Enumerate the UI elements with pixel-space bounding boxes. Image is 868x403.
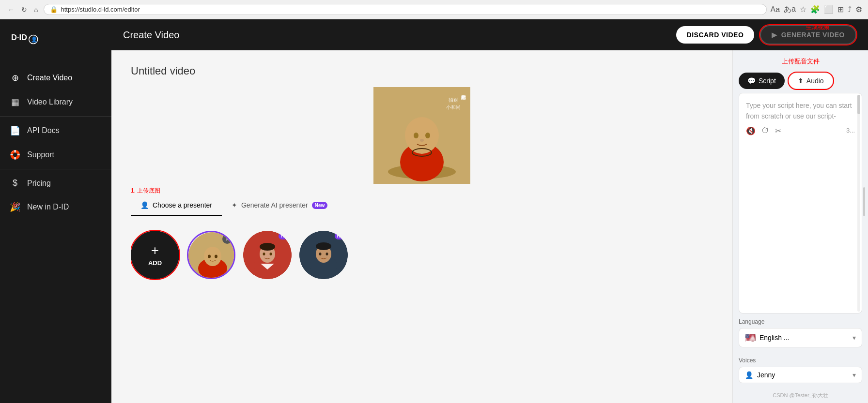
sidebar-item-create-video[interactable]: ⊕ Create Video	[0, 66, 111, 90]
party-icon: 🎉	[10, 202, 20, 212]
svg-point-28	[319, 253, 322, 255]
lock-icon: 🔒	[50, 6, 58, 13]
extensions-icon[interactable]: 🧩	[810, 5, 820, 14]
script-placeholder-text: Type your script here, you can start fro…	[746, 102, 852, 120]
svg-point-8	[414, 133, 418, 138]
tab-audio-button[interactable]: ⬆ Audio	[789, 73, 833, 89]
language-label: Language	[739, 318, 862, 325]
script-scrollbar[interactable]	[857, 95, 860, 312]
svg-point-17	[208, 255, 211, 258]
tab-generate-ai[interactable]: ✦ Generate AI presenter New	[222, 195, 337, 216]
volume-off-button[interactable]: 🔇	[746, 126, 756, 135]
svg-text:招财: 招财	[448, 97, 458, 103]
refresh-button[interactable]: ↻	[19, 5, 29, 15]
translate-icon[interactable]: あa	[784, 4, 796, 15]
svg-point-23	[270, 253, 272, 255]
plus-large-icon: +	[151, 244, 159, 257]
presenter-grid: + ADD	[131, 226, 713, 284]
more-icon[interactable]: ⚙	[855, 5, 862, 14]
voices-section: Voices 👤 Jenny ▾	[733, 352, 868, 388]
header-actions: DISCARD VIDEO ▶ GENERATE VIDEO 生成视频	[676, 25, 856, 45]
presenter-card-man1[interactable]: HQ	[243, 231, 292, 279]
hq-badge-man2: HQ	[335, 233, 346, 239]
reader-mode-icon[interactable]: Aa	[771, 5, 780, 14]
add-presenter-button[interactable]: + ADD	[131, 231, 179, 279]
main-area: Create Video DISCARD VIDEO ▶ GENERATE VI…	[111, 19, 868, 403]
video-title[interactable]: Untitled video	[131, 65, 713, 77]
url-text: https://studio.d-id.com/editor	[61, 6, 140, 13]
script-toolbar: 🔇 ⏱ ✂ 3...	[746, 122, 855, 138]
sidebar-item-api-docs[interactable]: 📄 API Docs	[0, 119, 111, 143]
header: Create Video DISCARD VIDEO ▶ GENERATE VI…	[111, 19, 868, 50]
presenter-image-svg: 招财 小和尚	[373, 87, 470, 184]
svg-text:小和尚: 小和尚	[446, 104, 461, 110]
home-button[interactable]: ⌂	[32, 5, 40, 15]
sidebar-item-pricing[interactable]: $ Pricing	[0, 171, 111, 195]
tab-script-button[interactable]: 💬 Script	[739, 73, 785, 89]
plus-icon: ⊕	[10, 73, 20, 83]
timer-button[interactable]: ⏱	[761, 126, 769, 135]
sidebar-label-create-video: Create Video	[27, 74, 72, 82]
sidebar-nav: ⊕ Create Video ▦ Video Library 📄 API Doc…	[0, 61, 111, 403]
sidebar-label-new-in-did: New in D-ID	[27, 203, 69, 211]
star-icon[interactable]: ☆	[800, 5, 806, 14]
doc-icon: 📄	[10, 125, 20, 136]
browser-actions: Aa あa ☆ 🧩 ⬜ ⊞ ⤴ ⚙	[771, 4, 862, 15]
upload-audio-annotation: 上传配音文件	[733, 50, 868, 73]
sidebar-divider-2	[0, 169, 111, 169]
person-icon: 👤	[140, 201, 149, 209]
header-title: Create Video	[123, 30, 179, 41]
script-textarea[interactable]: Type your script here, you can start fro…	[739, 93, 862, 313]
scissors-button[interactable]: ✂	[775, 126, 781, 135]
svg-point-30	[316, 242, 331, 250]
did-logo-svg: D·ID 👤	[10, 28, 39, 52]
video-camera-icon: ▶	[772, 31, 777, 39]
svg-point-24	[260, 243, 275, 251]
back-button[interactable]: ←	[6, 5, 16, 15]
watermark-text: CSDN @Tester_孙大壮	[733, 388, 868, 403]
svg-text:D·ID: D·ID	[11, 33, 27, 42]
tab-choose-presenter[interactable]: 👤 Choose a presenter	[131, 195, 222, 216]
discard-video-button[interactable]: DISCARD VIDEO	[676, 26, 755, 44]
right-panel: 上传配音文件 💬 Script ⬆ Audio Type your script…	[732, 50, 868, 403]
audio-upload-icon: ⬆	[798, 77, 804, 85]
dollar-icon: $	[10, 178, 20, 188]
app: D·ID 👤 ⊕ Create Video ▦ Video Library 📄 …	[0, 19, 868, 403]
sidebar-label-pricing: Pricing	[27, 179, 51, 188]
grid-icon: ▦	[10, 97, 20, 107]
sidebar-label-api-docs: API Docs	[27, 126, 60, 135]
svg-text:👤: 👤	[31, 36, 38, 43]
sparkle-icon: ✦	[232, 201, 237, 209]
chevron-down-icon: ▾	[852, 334, 856, 342]
presenter-card-monk[interactable]: ✕	[187, 231, 235, 279]
new-badge: New	[312, 202, 328, 209]
support-icon: 🛟	[10, 149, 20, 160]
hq-badge-man1: HQ	[279, 233, 290, 239]
sidebar-item-new-in-did[interactable]: 🎉 New in D-ID	[0, 195, 111, 219]
sidebar: D·ID 👤 ⊕ Create Video ▦ Video Library 📄 …	[0, 19, 111, 403]
sidebar-divider-1	[0, 116, 111, 117]
svg-point-29	[326, 253, 328, 255]
language-select[interactable]: 🇺🇸 English ... ▾	[739, 328, 862, 347]
sidebar-item-video-library[interactable]: ▦ Video Library	[0, 90, 111, 114]
presenter-card-man2[interactable]: HQ	[299, 231, 348, 279]
sidebar-logo: D·ID 👤	[0, 19, 111, 61]
address-bar[interactable]: 🔒 https://studio.d-id.com/editor	[44, 4, 766, 15]
script-icon: 💬	[747, 77, 756, 85]
svg-point-9	[425, 133, 430, 138]
presenter-tabs: 1. 上传底图 👤 Choose a presenter ✦ Generate …	[131, 195, 713, 216]
person-voice-icon: 👤	[745, 371, 753, 379]
remove-monk-button[interactable]: ✕	[222, 234, 232, 244]
svg-point-16	[204, 247, 221, 266]
annotation-generate: 生成视频	[806, 23, 829, 31]
share-icon[interactable]: ⤴	[848, 5, 852, 14]
sidebar-item-support[interactable]: 🛟 Support	[0, 143, 111, 167]
language-value: English ...	[760, 334, 789, 342]
sidebar-label-support: Support	[27, 150, 54, 159]
content-area: Untitled video	[111, 50, 868, 403]
split-view-icon[interactable]: ⬜	[824, 5, 834, 14]
presenter-preview: 招财 小和尚	[373, 87, 470, 184]
voice-select[interactable]: 👤 Jenny ▾	[739, 367, 862, 383]
sidebar-toggle-icon[interactable]: ⊞	[837, 5, 844, 14]
voices-label: Voices	[739, 357, 862, 364]
